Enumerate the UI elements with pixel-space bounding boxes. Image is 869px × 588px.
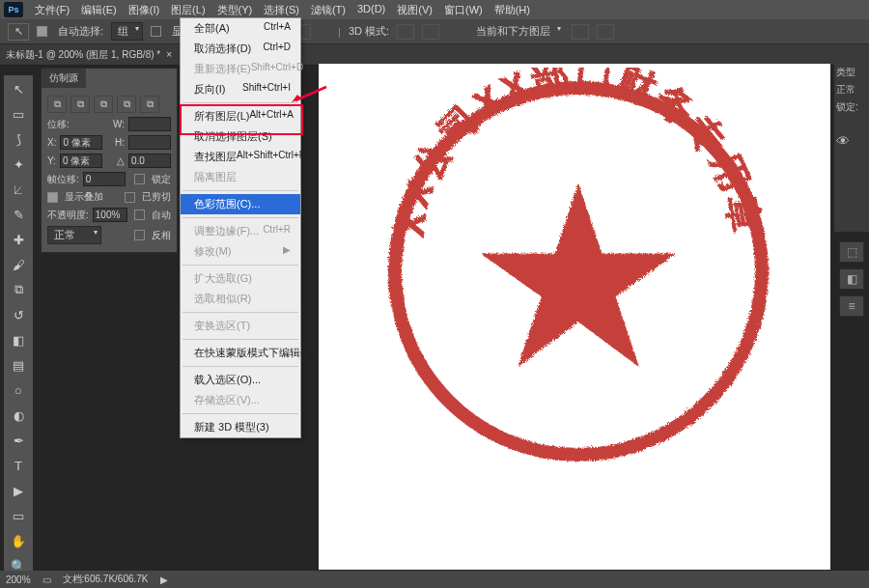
doc-size: 文档:606.7K/606.7K — [63, 573, 149, 586]
x-label: X: — [47, 137, 56, 148]
panel-icon-2[interactable]: ◧ — [839, 268, 864, 290]
frame-input[interactable] — [83, 172, 126, 186]
w-input[interactable] — [128, 117, 171, 131]
menu-0[interactable]: 文件(F) — [29, 3, 75, 17]
move-tool[interactable]: ↖ — [8, 79, 29, 98]
rdock-kind[interactable]: 类型 — [836, 66, 867, 79]
menu-item[interactable]: 取消选择(D)Ctrl+D — [181, 39, 300, 59]
seal-graphic: XX公司XX部门财务专用章 — [375, 68, 780, 473]
menu-item[interactable]: 色彩范围(C)... — [181, 194, 300, 214]
document-tab[interactable]: 未标题-1 @ 200% (图层 1, RGB/8) * × — [0, 44, 869, 66]
menu-item: 调整边缘(F)...Ctrl+R — [181, 221, 300, 241]
menu-item[interactable]: 在快速蒙版模式下编辑(Q) — [181, 343, 300, 363]
menu-7[interactable]: 3D(D) — [351, 3, 391, 17]
menu-6[interactable]: 滤镜(T) — [305, 3, 351, 17]
angle-input[interactable] — [128, 154, 171, 168]
y-input[interactable] — [60, 154, 102, 168]
type-tool[interactable]: T — [8, 456, 29, 475]
menu-item: 选取相似(R) — [181, 289, 300, 309]
stamp-tool[interactable]: ⧉ — [8, 280, 29, 299]
chevron-right-icon[interactable]: ▶ — [160, 574, 168, 585]
document-canvas[interactable]: XX公司XX部门财务专用章 — [319, 64, 830, 570]
wand-tool[interactable]: ✦ — [8, 154, 29, 174]
opacity-label: 不透明度: — [47, 209, 89, 222]
svg-marker-4 — [481, 183, 674, 365]
pen-tool[interactable]: ✒ — [8, 431, 29, 450]
lasso-tool[interactable]: ⟆ — [8, 129, 29, 149]
menu-item[interactable]: 全部(A)Ctrl+A — [181, 18, 300, 39]
menu-separator — [182, 190, 298, 191]
mode3d-icon-1[interactable] — [397, 24, 414, 40]
opt-icon-a[interactable] — [572, 24, 589, 40]
gradient-tool[interactable]: ▤ — [8, 355, 29, 375]
lock-check[interactable] — [134, 174, 145, 184]
mode3d-icon-2[interactable] — [422, 24, 439, 40]
eraser-tool[interactable]: ◧ — [8, 330, 29, 350]
close-icon[interactable]: × — [166, 49, 172, 60]
overlay-blend[interactable]: 正常 — [47, 226, 101, 244]
menu-item[interactable]: 载入选区(O)... — [181, 370, 300, 390]
show-transform-check[interactable] — [151, 26, 161, 37]
menu-item[interactable]: 查找图层Alt+Shift+Ctrl+F — [181, 147, 300, 167]
clone-src-2[interactable]: ⧉ — [70, 96, 90, 113]
hand-tool[interactable]: ✋ — [8, 531, 29, 550]
menu-4[interactable]: 类型(Y) — [211, 3, 259, 17]
menu-item[interactable]: 反向(I)Shift+Ctrl+I — [181, 79, 300, 99]
crop-tool[interactable]: ⟀ — [8, 180, 29, 199]
brush-tool[interactable]: 🖌 — [8, 255, 29, 274]
document-title: 未标题-1 @ 200% (图层 1, RGB/8) * — [6, 48, 160, 62]
menu-9[interactable]: 窗口(W) — [438, 3, 489, 17]
eyedropper-tool[interactable]: ✎ — [8, 205, 29, 224]
clone-src-1[interactable]: ⧉ — [47, 96, 67, 113]
opt-icon-b[interactable] — [597, 24, 614, 40]
history-brush-tool[interactable]: ↺ — [8, 305, 29, 324]
dodge-tool[interactable]: ◐ — [8, 406, 29, 425]
clone-src-3[interactable]: ⧉ — [94, 96, 113, 113]
menu-item[interactable]: 取消选择图层(S) — [181, 126, 300, 147]
overlay-check[interactable] — [47, 192, 58, 203]
clone-source-panel: 仿制源 ⧉ ⧉ ⧉ ⧉ ⧉ 位移: W: X: H: Y: △ 帧位移: — [41, 68, 178, 253]
eye-icon[interactable]: 👁 — [836, 133, 867, 149]
auto-select-target[interactable]: 组 — [111, 22, 143, 41]
right-icon-dock: ⬚ ◧ ≡ — [834, 241, 869, 317]
menu-5[interactable]: 选择(S) — [258, 3, 305, 17]
menu-10[interactable]: 帮助(H) — [489, 3, 536, 17]
menu-8[interactable]: 视图(V) — [391, 3, 438, 17]
healing-tool[interactable]: ✚ — [8, 230, 29, 249]
autohide-check[interactable] — [134, 210, 145, 220]
menu-1[interactable]: 编辑(E) — [75, 3, 123, 17]
panel-tab[interactable]: 仿制源 — [42, 69, 86, 88]
opacity-input[interactable] — [93, 208, 127, 222]
shape-tool[interactable]: ▭ — [8, 506, 29, 525]
menu-item[interactable]: 所有图层(L)Alt+Ctrl+A — [181, 106, 300, 126]
optionbar: ↖ 自动选择: 组 显示变换控件 | 3D 模式: 当前和下方图层 — [0, 19, 869, 44]
menu-3[interactable]: 图层(L) — [165, 3, 210, 17]
y-label: Y: — [47, 155, 56, 166]
menu-2[interactable]: 图像(I) — [123, 3, 165, 17]
right-dock: 类型 正常 锁定: 👁 — [834, 58, 869, 232]
sample-target[interactable]: 当前和下方图层 — [470, 23, 564, 40]
panel-icon-1[interactable]: ⬚ — [839, 241, 864, 263]
menu-item: 修改(M)▶ — [181, 241, 300, 262]
marquee-tool[interactable]: ▭ — [8, 104, 29, 124]
panel-icon-3[interactable]: ≡ — [839, 295, 864, 317]
lock-label: 锁定 — [152, 173, 171, 186]
h-input[interactable] — [128, 135, 171, 150]
blur-tool[interactable]: ○ — [8, 380, 29, 400]
active-tool-icon[interactable]: ↖ — [8, 23, 29, 41]
menu-item[interactable]: 新建 3D 模型(3) — [181, 417, 300, 437]
menu-separator — [182, 339, 298, 340]
auto-select-check[interactable] — [37, 26, 47, 37]
clip-check[interactable] — [125, 192, 135, 203]
menu-separator — [182, 217, 298, 218]
clone-src-5[interactable]: ⧉ — [140, 96, 159, 113]
x-input[interactable] — [60, 135, 102, 150]
path-select-tool[interactable]: ▶ — [8, 481, 29, 500]
zoom-level[interactable]: 200% — [6, 574, 31, 585]
toolstrip: ↖▭⟆✦⟀✎✚🖌⧉↺◧▤○◐✒T▶▭✋🔍 — [4, 75, 33, 588]
rdock-blend[interactable]: 正常 — [836, 83, 867, 97]
w-label: W: — [113, 119, 125, 129]
h-label: H: — [115, 137, 125, 148]
invert-check[interactable] — [134, 230, 145, 240]
clone-src-4[interactable]: ⧉ — [117, 96, 136, 113]
